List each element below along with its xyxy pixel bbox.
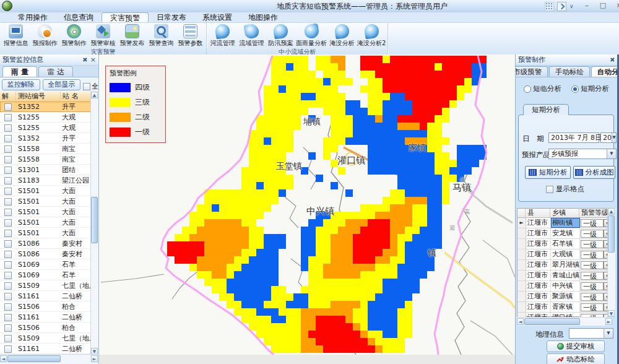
checkbox-icon[interactable]	[4, 324, 12, 332]
town-cell[interactable]: 青城山镇	[551, 271, 580, 280]
scrollbar-thumb[interactable]	[7, 355, 61, 362]
station-row[interactable]: S1501大面	[0, 196, 92, 207]
analysis-chart-button[interactable]: 分析成图	[573, 166, 615, 179]
toolbar-item-预警发布[interactable]: 预警发布	[118, 24, 147, 48]
chevron-down-icon[interactable]: ▼	[607, 149, 616, 158]
release-monitor-button[interactable]: 监控解除	[2, 79, 40, 90]
checkbox-icon[interactable]	[4, 293, 12, 300]
toolbar-item-预报制作[interactable]: 预报制作	[30, 24, 59, 48]
town-cell[interactable]: 柳街镇	[551, 218, 580, 228]
town-warning-row[interactable]: 江堰市翠月湖镇一级▼	[517, 260, 612, 271]
map-canvas[interactable]: 埔镇灌口镇家镇玉堂镇中兴镇马镇镇成高迎 预警图例 四级三级二级一级	[99, 54, 515, 355]
minimize-button[interactable]: –	[581, 1, 593, 11]
menu-item-日常发布[interactable]: 日常发布	[149, 12, 194, 22]
radio-icon[interactable]	[571, 85, 579, 93]
dynamic-draw-button[interactable]: 动态标绘	[547, 353, 605, 364]
geo-info-combobox[interactable]: ▼	[569, 328, 613, 339]
town-cell[interactable]: 大观镇	[551, 249, 580, 259]
product-combobox[interactable]: 乡镇预报 ▼	[548, 149, 617, 159]
toolbar-item-流域管理[interactable]: 流域管理	[237, 24, 266, 48]
station-row[interactable]: S1255大观	[0, 123, 92, 133]
expand-icon[interactable]	[557, 2, 566, 11]
station-row[interactable]: S1501大面	[0, 228, 92, 238]
station-row[interactable]: S1509七里（地质灾	[0, 280, 92, 291]
tab-scroll-left-icon[interactable]: ◄	[613, 67, 617, 76]
checkbox-icon[interactable]	[4, 156, 12, 163]
station-row[interactable]: S1558南宝	[0, 144, 92, 154]
checkbox-icon[interactable]	[4, 103, 12, 111]
scroll-up-icon[interactable]: ▲	[608, 208, 615, 215]
station-row[interactable]: S1183望江公园	[0, 175, 92, 186]
town-warning-row[interactable]: 江堰市胥家镇一级▼	[517, 302, 612, 313]
checkbox-icon[interactable]	[4, 240, 12, 248]
town-warning-row[interactable]: ►江堰市柳街镇一级▼	[517, 218, 612, 228]
toolbar-item-淹没分析2[interactable]: 淹没分析2	[357, 24, 386, 48]
town-warning-row[interactable]: 江堰市聚源镇一级▼	[517, 292, 612, 302]
grid-icon[interactable]	[545, 2, 554, 11]
chevron-down-icon[interactable]: ▼	[612, 133, 616, 142]
map-view[interactable]: 埔镇灌口镇家镇玉堂镇中兴镇马镇镇成高迎 预警图例 四级三级二级一级	[99, 54, 515, 364]
town-table-vscrollbar[interactable]: ▲ ▼	[607, 208, 615, 317]
town-warning-row[interactable]: 江堰市中兴镇一级▼	[517, 281, 612, 292]
scroll-left-icon[interactable]: ◄	[517, 318, 524, 325]
checkbox-icon[interactable]	[4, 251, 12, 258]
menu-item-信息查询[interactable]: 信息查询	[56, 12, 102, 22]
col-station-id[interactable]: 测站编号	[16, 92, 61, 102]
town-warning-table[interactable]: 县 乡镇 预警等级 ►江堰市柳街镇一级▼江堰市安龙镇一级▼江堰市石羊镇一级▼江堰…	[517, 208, 612, 317]
toolbar-item-淹没分析[interactable]: 淹没分析	[327, 24, 357, 48]
scrollbar-thumb[interactable]	[608, 215, 615, 253]
tab-city-warning[interactable]: 市级预警	[516, 66, 548, 77]
menu-item-常用操作[interactable]: 常用操作	[10, 12, 56, 22]
col-release[interactable]: 解 除	[0, 92, 16, 102]
subtab-shortterm[interactable]: 短期分析	[523, 104, 569, 115]
show-all-button[interactable]: 全部显示	[43, 79, 81, 90]
col-station-name[interactable]: 站 名	[61, 92, 92, 102]
radio-shortimminent[interactable]: 短临分析	[524, 84, 561, 93]
radio-icon[interactable]	[524, 85, 531, 93]
submit-review-button[interactable]: 提交审核	[547, 340, 605, 352]
town-warning-row[interactable]: 江堰市大观镇一级▼	[517, 249, 612, 260]
station-row[interactable]: S1161二仙桥	[0, 291, 92, 301]
checkbox-icon[interactable]	[4, 314, 12, 321]
station-row[interactable]: S1509七里（地质灾	[0, 333, 92, 344]
station-row[interactable]: S1501大面	[0, 217, 92, 228]
chevron-down-icon[interactable]: ∨	[569, 2, 574, 11]
scroll-up-icon[interactable]: ▲	[91, 92, 98, 98]
town-warning-row[interactable]: 江堰市青城山镇一级▼	[517, 271, 612, 281]
checkbox-icon[interactable]	[4, 145, 12, 153]
chevron-down-icon[interactable]: ▼	[604, 329, 613, 338]
radio-shortterm[interactable]: 短期分析	[571, 84, 609, 93]
station-row[interactable]: S1501大面	[0, 186, 92, 196]
menu-item-系统设置[interactable]: 系统设置	[194, 12, 240, 22]
station-row[interactable]: S1086秦安村	[0, 249, 92, 259]
town-cell[interactable]: 中兴镇	[551, 281, 580, 291]
station-row[interactable]: S1501大面	[0, 207, 92, 217]
toolbar-item-预警参数[interactable]: 预警参数	[176, 24, 205, 48]
show-gridpoints-checkbox[interactable]: 显示格点	[546, 184, 584, 194]
toolbar-item-报警信息[interactable]: 报警信息	[1, 24, 30, 48]
toolbar-item-河流管理[interactable]: 河流管理	[208, 24, 237, 48]
town-table-hscrollbar[interactable]: ◄ ►	[517, 317, 612, 326]
checkbox-icon[interactable]	[4, 177, 12, 184]
checkbox-icon[interactable]	[4, 209, 12, 216]
checkbox-icon[interactable]	[4, 303, 12, 311]
checkbox-icon[interactable]	[4, 230, 12, 237]
checkbox-icon[interactable]	[83, 83, 90, 90]
checkbox-icon[interactable]	[4, 345, 12, 353]
scroll-right-icon[interactable]: ►	[605, 318, 612, 325]
tab-radar[interactable]: 雷 达	[38, 66, 73, 77]
col-town[interactable]: 乡镇	[550, 209, 579, 217]
station-row[interactable]: S1086秦安村	[0, 238, 92, 249]
hour-combobox[interactable]: 20 ▼	[600, 132, 617, 143]
close-icon[interactable]: ×	[90, 56, 96, 64]
checkbox-icon[interactable]	[546, 186, 553, 193]
pin-icon[interactable]: ✚	[81, 56, 90, 64]
town-cell[interactable]: 石羊镇	[551, 239, 580, 249]
tab-manual-draw[interactable]: 手动标绘	[549, 66, 590, 77]
town-cell[interactable]: 安龙镇	[551, 228, 580, 238]
checkbox-icon[interactable]	[4, 167, 12, 174]
toolbar-item-预警制作[interactable]: 预警制作	[59, 24, 89, 48]
town-cell[interactable]: 翠月湖镇	[551, 260, 580, 270]
checkbox-icon[interactable]	[4, 272, 12, 279]
checkbox-icon[interactable]	[4, 198, 12, 206]
